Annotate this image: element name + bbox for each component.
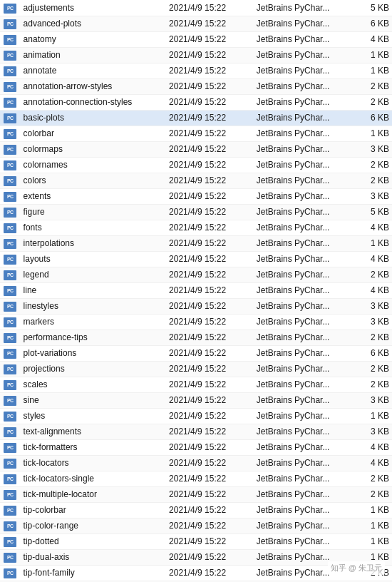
file-app: JetBrains PyChar... [254, 204, 359, 220]
table-row[interactable]: tick-formatters 2021/4/9 15:22 JetBrains… [0, 439, 392, 455]
file-app: JetBrains PyChar... [254, 455, 359, 471]
file-date: 2021/4/9 15:22 [166, 439, 254, 455]
file-date: 2021/4/9 15:22 [166, 63, 254, 78]
file-size: 4 KB [359, 439, 392, 455]
table-row[interactable]: tick-multiple-locator 2021/4/9 15:22 Jet… [0, 486, 392, 502]
pc-icon [4, 474, 16, 484]
file-name: markers [21, 314, 166, 330]
table-row[interactable]: colorbar 2021/4/9 15:22 JetBrains PyChar… [0, 126, 392, 141]
file-icon-cell [0, 314, 21, 330]
file-app: JetBrains PyChar... [254, 298, 359, 314]
table-row[interactable]: tick-locators-single 2021/4/9 15:22 JetB… [0, 471, 392, 486]
table-row[interactable]: tick-locators 2021/4/9 15:22 JetBrains P… [0, 455, 392, 471]
table-row[interactable]: tip-dotted 2021/4/9 15:22 JetBrains PyCh… [0, 534, 392, 549]
table-row[interactable]: styles 2021/4/9 15:22 JetBrains PyChar..… [0, 408, 392, 424]
table-row[interactable]: layouts 2021/4/9 15:22 JetBrains PyChar.… [0, 251, 392, 267]
file-icon-cell [0, 47, 21, 63]
table-row[interactable]: text-alignments 2021/4/9 15:22 JetBrains… [0, 424, 392, 439]
pc-icon [4, 129, 16, 139]
file-name: fonts [21, 220, 166, 235]
file-icon-cell [0, 110, 21, 126]
table-row[interactable]: advanced-plots 2021/4/9 15:22 JetBrains … [0, 16, 392, 31]
file-date: 2021/4/9 15:22 [166, 549, 254, 565]
table-row[interactable]: adjustements 2021/4/9 15:22 JetBrains Py… [0, 0, 392, 16]
table-row[interactable]: fonts 2021/4/9 15:22 JetBrains PyChar...… [0, 220, 392, 235]
file-size: 6 KB [359, 16, 392, 31]
file-size: 1 KB [359, 534, 392, 549]
pc-icon [4, 568, 16, 578]
file-size: 5 KB [359, 204, 392, 220]
table-row[interactable]: anatomy 2021/4/9 15:22 JetBrains PyChar.… [0, 31, 392, 47]
table-row[interactable]: colors 2021/4/9 15:22 JetBrains PyChar..… [0, 173, 392, 188]
table-row[interactable]: annotation-connection-styles 2021/4/9 15… [0, 94, 392, 110]
pc-icon [4, 317, 16, 327]
file-size: 3 KB [359, 424, 392, 439]
table-row[interactable]: colormaps 2021/4/9 15:22 JetBrains PyCha… [0, 141, 392, 157]
table-row[interactable]: extents 2021/4/9 15:22 JetBrains PyChar.… [0, 188, 392, 204]
file-name: scales [21, 377, 166, 392]
file-app: JetBrains PyChar... [254, 63, 359, 78]
table-row[interactable]: performance-tips 2021/4/9 15:22 JetBrain… [0, 330, 392, 345]
pc-icon [4, 176, 16, 186]
file-icon-cell [0, 78, 21, 94]
table-row[interactable]: line 2021/4/9 15:22 JetBrains PyChar... … [0, 282, 392, 298]
file-date: 2021/4/9 15:22 [166, 282, 254, 298]
table-row[interactable]: annotate 2021/4/9 15:22 JetBrains PyChar… [0, 63, 392, 78]
file-name: tick-locators [21, 455, 166, 471]
file-name: text-alignments [21, 424, 166, 439]
pc-icon [4, 35, 16, 45]
file-app: JetBrains PyChar... [254, 314, 359, 330]
file-name: tick-multiple-locator [21, 486, 166, 502]
file-icon-cell [0, 408, 21, 424]
file-app: JetBrains PyChar... [254, 439, 359, 455]
table-row[interactable]: linestyles 2021/4/9 15:22 JetBrains PyCh… [0, 298, 392, 314]
table-row[interactable]: legend 2021/4/9 15:22 JetBrains PyChar..… [0, 267, 392, 282]
file-date: 2021/4/9 15:22 [166, 188, 254, 204]
table-row[interactable]: tip-colorbar 2021/4/9 15:22 JetBrains Py… [0, 502, 392, 518]
file-name: adjustements [21, 0, 166, 16]
file-app: JetBrains PyChar... [254, 188, 359, 204]
table-row[interactable]: basic-plots 2021/4/9 15:22 JetBrains PyC… [0, 110, 392, 126]
file-name: tip-dual-axis [21, 549, 166, 565]
file-size: 3 KB [359, 314, 392, 330]
table-row[interactable]: tip-color-range 2021/4/9 15:22 JetBrains… [0, 518, 392, 534]
file-icon-cell [0, 471, 21, 486]
file-date: 2021/4/9 15:22 [166, 534, 254, 549]
file-name: colormaps [21, 141, 166, 157]
table-row[interactable]: colornames 2021/4/9 15:22 JetBrains PyCh… [0, 157, 392, 173]
pc-icon [4, 459, 16, 469]
pc-icon [4, 160, 16, 170]
file-name: layouts [21, 251, 166, 267]
file-app: JetBrains PyChar... [254, 47, 359, 63]
table-row[interactable]: scales 2021/4/9 15:22 JetBrains PyChar..… [0, 377, 392, 392]
file-name: extents [21, 188, 166, 204]
table-row[interactable]: projections 2021/4/9 15:22 JetBrains PyC… [0, 361, 392, 377]
file-size: 1 KB [359, 518, 392, 534]
table-row[interactable]: plot-variations 2021/4/9 15:22 JetBrains… [0, 345, 392, 361]
table-row[interactable]: annotation-arrow-styles 2021/4/9 15:22 J… [0, 78, 392, 94]
file-app: JetBrains PyChar... [254, 220, 359, 235]
file-name: colornames [21, 157, 166, 173]
table-row[interactable]: animation 2021/4/9 15:22 JetBrains PyCha… [0, 47, 392, 63]
pc-icon [4, 192, 16, 202]
file-size: 2 KB [359, 377, 392, 392]
table-row[interactable]: markers 2021/4/9 15:22 JetBrains PyChar.… [0, 314, 392, 330]
file-size: 1 KB [359, 408, 392, 424]
file-date: 2021/4/9 15:22 [166, 518, 254, 534]
table-row[interactable]: sine 2021/4/9 15:22 JetBrains PyChar... … [0, 392, 392, 408]
pc-icon [4, 98, 16, 108]
file-name: line [21, 282, 166, 298]
file-name: annotation-arrow-styles [21, 78, 166, 94]
watermark-label: 知乎 @ 朱卫元 [328, 561, 385, 575]
file-size: 2 KB [359, 267, 392, 282]
file-name: annotate [21, 63, 166, 78]
table-row[interactable]: interpolations 2021/4/9 15:22 JetBrains … [0, 235, 392, 251]
table-row[interactable]: figure 2021/4/9 15:22 JetBrains PyChar..… [0, 204, 392, 220]
file-icon-cell [0, 455, 21, 471]
file-app: JetBrains PyChar... [254, 471, 359, 486]
file-date: 2021/4/9 15:22 [166, 408, 254, 424]
file-icon-cell [0, 126, 21, 141]
file-size: 4 KB [359, 220, 392, 235]
file-app: JetBrains PyChar... [254, 345, 359, 361]
pc-icon [4, 349, 16, 359]
